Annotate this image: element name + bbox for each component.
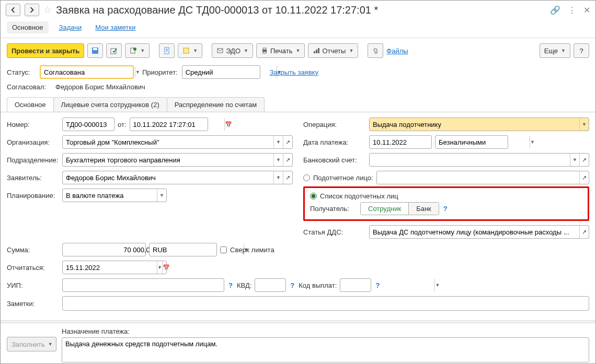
subtab-main[interactable]: Основное bbox=[7, 97, 54, 112]
open-icon[interactable]: ↗ bbox=[283, 154, 292, 166]
recipient-toggle[interactable]: Сотрудник Банк bbox=[360, 202, 439, 215]
close-icon[interactable]: ✕ bbox=[583, 5, 590, 15]
svg-rect-15 bbox=[316, 50, 317, 53]
payment-date-field[interactable]: 📅 bbox=[369, 135, 432, 149]
currency-field[interactable]: ▼ bbox=[149, 243, 217, 256]
sum-field[interactable]: ▦ bbox=[62, 243, 146, 256]
reports-button[interactable]: Отчеты▼ bbox=[308, 43, 358, 58]
navtab-notes[interactable]: Мои заметки bbox=[92, 21, 139, 33]
open-icon[interactable]: ↗ bbox=[579, 171, 589, 184]
priority-label: Приоритет: bbox=[142, 68, 178, 76]
number-label: Номер: bbox=[7, 121, 59, 128]
priority-input[interactable] bbox=[182, 66, 277, 78]
payment-date-label: Дата платежа: bbox=[303, 138, 366, 146]
kvd-field[interactable]: ▼ bbox=[255, 278, 286, 292]
toggle-employee[interactable]: Сотрудник bbox=[361, 203, 408, 215]
operation-field[interactable]: ▼ bbox=[369, 118, 589, 131]
org-label: Организация: bbox=[7, 138, 59, 146]
close-request-link[interactable]: Закрыть заявку bbox=[270, 68, 318, 76]
favorite-star-icon[interactable]: ☆ bbox=[43, 4, 52, 16]
subtab-employee-accounts[interactable]: Лицевые счета сотрудников (2) bbox=[53, 97, 167, 112]
payout-code-label: Код выплат: bbox=[299, 281, 337, 289]
post-and-close-button[interactable]: Провести и закрыть bbox=[7, 43, 84, 58]
fill-button[interactable]: Заполнить▼ bbox=[7, 337, 56, 351]
status-combo[interactable]: ▼ bbox=[40, 65, 134, 79]
svg-rect-1 bbox=[93, 48, 97, 50]
svg-rect-12 bbox=[263, 48, 266, 50]
bank-account-field[interactable]: ▼↗ bbox=[369, 153, 589, 167]
calendar-icon[interactable]: 📅 bbox=[162, 261, 170, 274]
print-button[interactable]: Печать▼ bbox=[256, 43, 305, 58]
from-label: от: bbox=[118, 121, 127, 128]
status-dropdown-icon[interactable]: ▼ bbox=[135, 66, 140, 78]
applicant-label: Заявитель: bbox=[7, 174, 59, 182]
svg-rect-9 bbox=[184, 48, 189, 53]
kvd-label: КВД: bbox=[237, 281, 251, 289]
accountable-list-label: Список подотчетных лиц bbox=[320, 192, 398, 200]
accountable-person-field[interactable]: ↗ bbox=[376, 171, 589, 184]
accountable-person-radio[interactable] bbox=[303, 174, 310, 181]
planning-label: Планирование: bbox=[7, 192, 59, 199]
open-icon[interactable]: ↗ bbox=[579, 154, 589, 166]
svg-rect-16 bbox=[318, 48, 319, 53]
bank-account-label: Банковский счет: bbox=[303, 156, 366, 164]
org-field[interactable]: ▼↗ bbox=[62, 135, 293, 149]
purpose-label: Назначение платежа: bbox=[62, 327, 589, 335]
approved-value: Федоров Борис Михайлович bbox=[55, 83, 145, 91]
attach-button[interactable] bbox=[368, 43, 383, 58]
structure-button[interactable]: ▼ bbox=[178, 43, 202, 58]
status-label: Статус: bbox=[7, 68, 36, 76]
kebab-menu-icon[interactable]: ⋮ bbox=[568, 5, 576, 15]
dept-label: Подразделение: bbox=[7, 156, 59, 164]
navtab-main[interactable]: Основное bbox=[7, 21, 49, 33]
report-by-label: Отчитаться: bbox=[7, 264, 59, 272]
save-button[interactable] bbox=[87, 43, 103, 58]
kvd-help-icon[interactable]: ? bbox=[290, 281, 294, 289]
over-limit-checkbox[interactable] bbox=[220, 246, 227, 253]
date-field[interactable]: 📅 bbox=[130, 118, 208, 131]
dds-field[interactable]: ↗ bbox=[369, 225, 589, 239]
open-icon[interactable]: ↗ bbox=[283, 136, 292, 148]
planning-field[interactable]: ▼ bbox=[62, 189, 167, 202]
more-button[interactable]: Еще▼ bbox=[540, 43, 570, 58]
create-based-on-button[interactable]: ▼ bbox=[125, 43, 150, 58]
document-button[interactable] bbox=[159, 43, 175, 58]
payout-code-help-icon[interactable]: ? bbox=[375, 281, 380, 289]
status-input[interactable] bbox=[41, 66, 135, 78]
files-link[interactable]: Файлы bbox=[386, 47, 408, 55]
dept-field[interactable]: ▼↗ bbox=[62, 153, 293, 167]
payout-code-field[interactable]: ▼ bbox=[340, 278, 371, 292]
page-title: Заявка на расходование ДС ТД00-000013 от… bbox=[56, 4, 546, 16]
link-icon[interactable]: 🔗 bbox=[550, 5, 560, 15]
over-limit-label: Сверх лимита bbox=[230, 246, 274, 254]
subtab-distribution[interactable]: Распределение по счетам bbox=[167, 97, 265, 112]
edo-button[interactable]: ЭДО▼ bbox=[212, 43, 253, 58]
purpose-textarea[interactable] bbox=[62, 337, 589, 362]
help-button[interactable]: ? bbox=[574, 43, 589, 58]
recipient-help-icon[interactable]: ? bbox=[443, 205, 448, 213]
uip-label: УИП: bbox=[7, 281, 59, 289]
uip-field[interactable] bbox=[62, 278, 224, 292]
navtab-tasks[interactable]: Задачи bbox=[56, 21, 85, 33]
applicant-field[interactable]: ▼↗ bbox=[62, 171, 293, 184]
highlighted-recipient-area: Список подотчетных лиц Получатель: Сотру… bbox=[303, 186, 589, 221]
toggle-bank[interactable]: Банк bbox=[408, 203, 439, 215]
nav-back-button[interactable] bbox=[6, 4, 20, 16]
svg-rect-13 bbox=[263, 52, 266, 53]
notes-textarea[interactable] bbox=[62, 296, 589, 311]
accountable-list-radio[interactable] bbox=[310, 193, 317, 199]
recipient-label: Получатель: bbox=[310, 205, 357, 213]
sum-label: Сумма: bbox=[7, 246, 59, 254]
number-field[interactable] bbox=[62, 118, 114, 131]
nav-forward-button[interactable] bbox=[25, 4, 39, 16]
calendar-icon[interactable]: 📅 bbox=[224, 118, 232, 131]
priority-combo[interactable]: ▼ bbox=[182, 65, 260, 79]
post-button[interactable] bbox=[106, 43, 122, 58]
report-by-field[interactable]: ▼📅 bbox=[62, 261, 167, 274]
uip-help-icon[interactable]: ? bbox=[228, 281, 233, 289]
open-icon[interactable]: ↗ bbox=[283, 171, 292, 184]
payment-method-field[interactable]: ▼ bbox=[435, 135, 508, 149]
open-icon[interactable]: ↗ bbox=[579, 226, 589, 238]
dds-label: Статья ДДС: bbox=[303, 228, 366, 236]
approved-label: Согласовал: bbox=[7, 83, 51, 91]
